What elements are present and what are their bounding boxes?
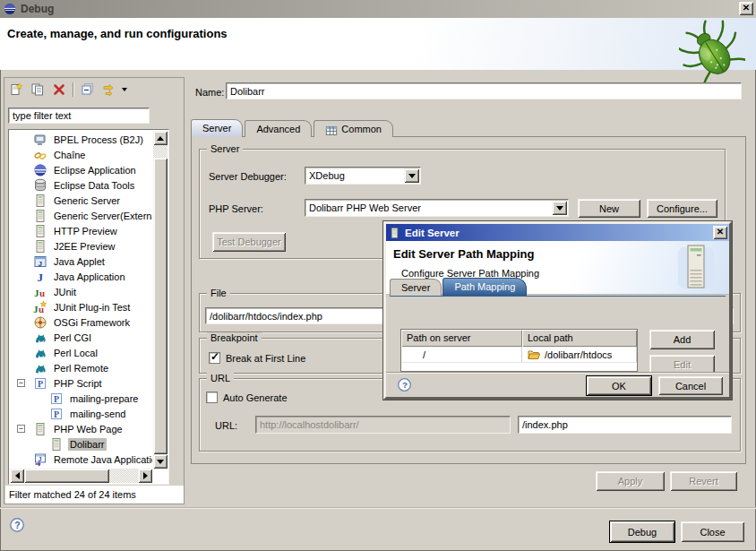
duplicate-configuration-button[interactable] (28, 81, 47, 99)
add-mapping-button[interactable]: Add (649, 330, 715, 349)
tree-item-generic-server-external-la[interactable]: Generic Server(External La (10, 208, 152, 223)
php-server-value: Dolibarr PHP Web Server (309, 202, 550, 213)
debug-button[interactable]: Debug (610, 521, 674, 542)
filter-menu-arrow[interactable] (119, 81, 130, 99)
server-icon (33, 209, 47, 223)
collapse-toggle[interactable]: − (17, 379, 25, 387)
combo-dropdown-icon[interactable] (552, 201, 567, 215)
perl-camel-icon (33, 331, 47, 345)
edit-server-close-button[interactable]: ✕ (713, 226, 727, 239)
vscroll-thumb[interactable] (153, 158, 168, 454)
scroll-down-button[interactable] (153, 454, 168, 469)
tree-item-eclipse-application[interactable]: Eclipse Application (10, 162, 152, 177)
tree-item-dolibarr[interactable]: Dolibarr (10, 436, 152, 452)
dialog-help-icon[interactable] (397, 377, 412, 392)
tree-item-remote-java-application[interactable]: Remote Java Application (10, 452, 152, 467)
close-button[interactable]: Close (681, 521, 744, 542)
tree-item-label: JUnit Plug-in Test (52, 301, 132, 314)
cancel-button[interactable]: Cancel (658, 376, 723, 395)
filter-button[interactable] (99, 81, 119, 99)
break-first-line-label: Break at First Line (226, 353, 305, 364)
auto-generate-checkbox[interactable] (206, 392, 218, 403)
server-debugger-combo[interactable]: XDebug (305, 167, 421, 185)
scroll-up-button[interactable] (153, 131, 168, 145)
tree-item-java-application[interactable]: Java Application (10, 269, 152, 284)
collapse-toggle[interactable]: − (17, 425, 25, 433)
edit-server-buttonbar: OK Cancel (386, 372, 729, 397)
dialog-banner: Create, manage, and run configurations (0, 18, 756, 70)
tab-advanced[interactable]: Advanced (245, 120, 312, 137)
ok-button[interactable]: OK (587, 376, 651, 395)
bpel-process-icon (33, 133, 47, 147)
tree-item-osgi-framework[interactable]: OSGi Framework (10, 314, 152, 330)
tree-item-label: Java Applet (52, 255, 107, 268)
path-mapping-table[interactable]: Path on server Local path / /dolibarr/ht… (400, 329, 638, 372)
tree-item-bpel-process-b2j[interactable]: BPEL Process (B2J) (10, 132, 152, 147)
filter-status-bar: Filter matched 24 of 24 items (5, 486, 184, 504)
chain-icon (33, 148, 47, 162)
hscroll-thumb[interactable] (24, 469, 109, 483)
filter-status-text: Filter matched 24 of 24 items (9, 489, 136, 500)
tree-item-php-web-page[interactable]: −PHP Web Page (10, 421, 152, 436)
php-server-combo[interactable]: Dolibarr PHP Web Server (305, 199, 569, 217)
table-row[interactable]: / /dolibarr/htdocs (401, 347, 637, 363)
scroll-left-button[interactable] (10, 469, 24, 483)
tree-item-perl-cgi[interactable]: Perl CGI (10, 330, 152, 345)
tree-item-label: Perl Remote (52, 362, 110, 375)
new-configuration-button[interactable] (6, 81, 26, 99)
tree-item-perl-local[interactable]: Perl Local (10, 345, 152, 360)
configure-server-button[interactable]: Configure... (647, 199, 717, 218)
test-debugger-button[interactable]: Test Debugger (212, 232, 286, 252)
server-debugger-label: Server Debugger: (209, 171, 287, 182)
window-title: Debug (21, 3, 54, 15)
column-path-on-server[interactable]: Path on server (401, 330, 522, 347)
break-first-line-checkbox[interactable] (209, 352, 220, 364)
tree-item-mailing-send[interactable]: mailing-send (10, 406, 152, 421)
eclipse-sphere-icon (33, 163, 47, 177)
tree-item-label: Chaîne (52, 149, 87, 161)
filter-input[interactable] (8, 108, 150, 124)
tree-item-php-script[interactable]: −PHP Script (10, 375, 152, 391)
column-local-path[interactable]: Local path (522, 330, 637, 347)
folder-icon (527, 348, 541, 362)
tree-item-junit[interactable]: JUnit (10, 284, 152, 299)
tree-item-cha-ne[interactable]: Chaîne (10, 147, 152, 162)
tab-common[interactable]: Common (314, 120, 393, 137)
php-server-label: PHP Server: (209, 203, 263, 214)
revert-button[interactable]: Revert (670, 471, 737, 491)
scroll-right-button[interactable] (138, 469, 152, 483)
tree-item-java-applet[interactable]: Java Applet (10, 254, 152, 269)
tree-item-mailing-prepare[interactable]: mailing-prepare (10, 391, 152, 406)
url-path-input[interactable] (518, 416, 732, 434)
tree-item-label: BPEL Process (B2J) (52, 133, 145, 146)
tab-server-settings[interactable]: Server (390, 279, 442, 296)
tree-vscrollbar[interactable] (153, 131, 168, 469)
server-icon (33, 224, 47, 238)
tree-item-j2ee-preview[interactable]: J2EE Preview (10, 238, 152, 254)
config-tabs: Server Advanced Common (191, 119, 395, 137)
tree-item-junit-plug-in-test[interactable]: JUnit Plug-in Test (10, 299, 152, 314)
tab-path-mapping[interactable]: Path Mapping (442, 278, 527, 296)
window-close-button[interactable]: ✕ (739, 2, 753, 15)
collapse-all-button[interactable] (78, 81, 98, 99)
window-titlebar[interactable]: Debug ✕ (0, 0, 756, 18)
java-icon (33, 270, 47, 284)
breakpoint-group-legend: Breakpoint (207, 332, 262, 343)
combo-dropdown-icon[interactable] (404, 168, 419, 183)
new-server-button[interactable]: New (578, 199, 640, 218)
edit-server-titlebar[interactable]: Edit Server ✕ (386, 224, 729, 241)
tree-item-generic-server[interactable]: Generic Server (10, 193, 152, 208)
filter-icon (102, 82, 116, 97)
tree-item-label: Generic Server (52, 194, 122, 207)
apply-button[interactable]: Apply (596, 471, 665, 491)
tree-item-http-preview[interactable]: HTTP Preview (10, 223, 152, 238)
collapse-all-icon (81, 82, 95, 97)
tree-item-eclipse-data-tools[interactable]: Eclipse Data Tools (10, 177, 152, 193)
tree-hscrollbar[interactable] (10, 469, 152, 483)
delete-configuration-button[interactable] (49, 81, 69, 99)
tab-server[interactable]: Server (191, 119, 243, 137)
help-icon[interactable] (9, 517, 25, 533)
tree-item-label: PHP Script (52, 377, 104, 390)
tree-item-perl-remote[interactable]: Perl Remote (10, 360, 152, 375)
configuration-name-input[interactable] (226, 82, 742, 99)
